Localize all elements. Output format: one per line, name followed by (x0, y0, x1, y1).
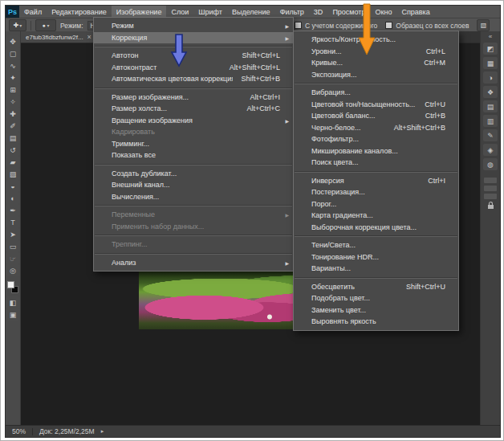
collapsed-panel-fragment (484, 178, 497, 209)
sample-all-layers-checkbox[interactable] (385, 22, 392, 29)
type-tool[interactable]: T (6, 216, 20, 228)
submenu-item[interactable]: Выровнять яркость ▶ (294, 316, 458, 328)
zoom-level-field[interactable]: 50% (12, 427, 26, 435)
menubar-item[interactable]: Окно (370, 6, 396, 18)
menubar-item[interactable]: Слои (166, 6, 193, 18)
submenu-item[interactable]: Цветовой тон/Насыщенность... Ctrl+U ▶ (294, 99, 458, 111)
brush-tool[interactable]: ✐ (6, 120, 20, 132)
menubar-item[interactable]: 3D (309, 6, 328, 18)
content-aware-checkbox[interactable] (295, 22, 302, 29)
zoom-tool[interactable]: ◎ (6, 264, 20, 276)
eraser-tool[interactable]: ▰ (6, 156, 20, 168)
eyedropper-tool[interactable]: ✧ (6, 96, 20, 108)
submenu-item[interactable]: Поиск цвета... ▶ (294, 157, 458, 169)
submenu-item[interactable]: Цветовой баланс... Ctrl+B ▶ (294, 110, 458, 122)
menu-item[interactable]: Вращение изображения ▶ (94, 115, 293, 127)
foreground-color-swatch[interactable] (7, 281, 14, 288)
dock-panel-icon[interactable]: ❖ (483, 86, 498, 98)
menu-item[interactable]: Автоконтраст Alt+Shift+Ctrl+L ▶ (94, 62, 293, 74)
path-selection-tool[interactable]: ➤ (6, 228, 20, 240)
menubar-item-image[interactable]: Изображение (112, 6, 167, 18)
submenu-item[interactable]: Подобрать цвет... ▶ (294, 292, 458, 304)
menubar-item[interactable]: Фильтр (275, 6, 309, 18)
screen-mode-icon[interactable]: ▣ (6, 308, 20, 321)
mode-label: Режим: (60, 22, 83, 30)
submenu-item[interactable]: Заменить цвет... ▶ (294, 304, 458, 316)
menu-item[interactable]: Автотон Shift+Ctrl+L ▶ (94, 50, 293, 62)
menu-item[interactable]: Размер изображения... Alt+Ctrl+I ▶ (94, 92, 293, 104)
move-tool[interactable]: ✥ (6, 35, 20, 47)
collapse-dock-icon[interactable]: « (489, 34, 492, 40)
history-brush-tool[interactable]: ↺ (6, 144, 20, 156)
crop-tool[interactable]: ⊞ (6, 84, 20, 96)
menu-separator (295, 277, 457, 279)
submenu-item[interactable]: Инверсия Ctrl+I ▶ (294, 175, 458, 187)
submenu-item[interactable]: Обесцветить Shift+Ctrl+U ▶ (294, 281, 458, 293)
menubar-item[interactable]: Файл (19, 6, 47, 18)
menubar-item[interactable]: Справка (396, 6, 434, 18)
blur-tool[interactable]: ◒ (6, 180, 20, 192)
dodge-tool[interactable]: ◐ (6, 192, 20, 204)
menu-item[interactable]: Автоматическая цветовая коррекция Shift+… (94, 73, 293, 85)
submenu-item[interactable]: Порог... ▶ (294, 198, 458, 210)
menubar-item[interactable]: Редактирование (47, 6, 112, 18)
menu-item[interactable]: Кадрировать ▶ (94, 126, 293, 138)
pen-tool[interactable]: ✒ (6, 204, 20, 216)
menu-item[interactable]: Треппинг... ▶ (94, 239, 293, 251)
menu-item[interactable]: Показать все ▶ (94, 149, 293, 161)
menubar-item[interactable]: Шрифт (193, 6, 227, 18)
dock-panel-icon[interactable]: ◈ (483, 144, 498, 156)
submenu-item[interactable]: Микширование каналов... ▶ (294, 145, 458, 157)
sample-all-layers-option[interactable]: Образец со всех слоев (385, 22, 469, 30)
menubar-item[interactable]: Просмотр (327, 6, 370, 18)
dock-panel-icon[interactable]: ◩ (483, 43, 498, 55)
menu-item-adjustments[interactable]: Коррекция ▶ (94, 32, 293, 44)
menu-item[interactable]: Применить набор данных... ▶ (94, 221, 293, 233)
submenu-item[interactable]: Вибрация... ▶ (294, 87, 458, 99)
submenu-item[interactable]: Варианты... ▶ (294, 263, 458, 275)
menu-item[interactable]: Создать дубликат... ▶ (94, 168, 293, 180)
document-tab[interactable]: e7tub3fidbzfunw2f... × (21, 31, 97, 43)
quick-selection-tool[interactable]: ✦ (6, 71, 20, 84)
submenu-item-brightness-contrast[interactable]: Яркость/Контрастность... ▶ (294, 34, 458, 46)
menu-item[interactable]: Анализ ▶ (94, 257, 293, 269)
dock-panel-icon[interactable]: ▤ (483, 100, 498, 112)
menu-item[interactable]: Вычисления... ▶ (94, 191, 293, 203)
submenu-item[interactable]: Тени/Света... ▶ (294, 239, 458, 251)
submenu-item[interactable]: Тонирование HDR... ▶ (294, 251, 458, 263)
content-aware-option[interactable]: С учетом содержимого (295, 22, 377, 30)
menu-item[interactable]: Переменные ▶ (94, 209, 293, 221)
menu-item[interactable]: Тримминг... ▶ (94, 138, 293, 150)
shape-tool[interactable]: ▭ (6, 240, 20, 252)
lasso-tool[interactable]: ∿ (6, 59, 20, 71)
menu-item[interactable]: Режим ▶ (94, 20, 293, 32)
dock-panel-icon[interactable]: ◍ (483, 158, 498, 170)
submenu-item[interactable]: Экспозиция... ▶ (294, 69, 458, 81)
gradient-tool[interactable]: ▨ (6, 168, 20, 180)
hand-tool[interactable]: ☞ (6, 252, 20, 264)
clone-stamp-tool[interactable]: ▤ (6, 132, 20, 144)
healing-brush-tool[interactable]: ✚ (6, 108, 20, 120)
dock-panel-icon[interactable]: ▦ (483, 57, 498, 69)
tablet-pressure-icon[interactable]: ▧ (477, 19, 490, 31)
brush-preset-picker[interactable]: ● ▾ (35, 19, 56, 31)
submenu-item[interactable]: Выборочная коррекция цвета... ▶ (294, 222, 458, 234)
menu-item[interactable]: Размер холста... Alt+Ctrl+C ▶ (94, 103, 293, 115)
submenu-item[interactable]: Черно-белое... Alt+Shift+Ctrl+B ▶ (294, 122, 458, 134)
submenu-item[interactable]: Кривые... Ctrl+M ▶ (294, 57, 458, 69)
dock-panel-icon[interactable]: ✎ (483, 129, 498, 141)
quick-mask-icon[interactable]: ◧ (6, 296, 20, 308)
status-dropdown-icon[interactable]: ▸ (101, 428, 104, 435)
submenu-item[interactable]: Карта градиента... ▶ (294, 210, 458, 222)
menubar-item[interactable]: Выделение (227, 6, 275, 18)
submenu-item[interactable]: Фотофильтр... ▶ (294, 133, 458, 145)
submenu-item[interactable]: Постеризация... ▶ (294, 186, 458, 198)
marquee-tool[interactable]: ▢ (6, 47, 20, 59)
dock-panel-icon[interactable]: ◑ (483, 71, 498, 84)
tab-close-icon[interactable]: × (87, 34, 91, 41)
active-tool-icon[interactable]: ✚ ▾ (9, 19, 26, 31)
dock-panel-icon[interactable]: ▥ (483, 115, 498, 127)
menu-item[interactable]: Внешний канал... ▶ (94, 179, 293, 191)
submenu-item[interactable]: Уровни... Ctrl+L ▶ (294, 46, 458, 58)
color-swatches[interactable] (7, 281, 18, 293)
